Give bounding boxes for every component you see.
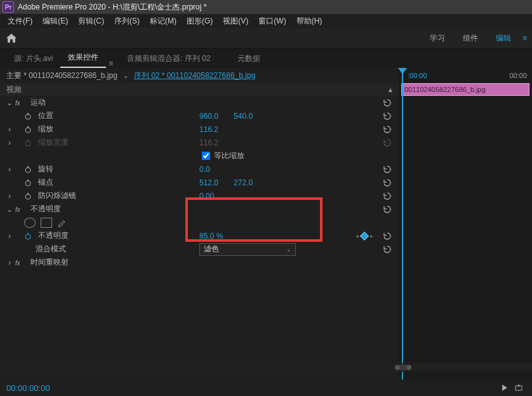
workspace-tab-assembly[interactable]: 组件 xyxy=(454,29,487,48)
scale-value[interactable]: 116.2 xyxy=(199,125,218,134)
opacity-mask-tools xyxy=(0,216,399,229)
horizontal-scrollbar[interactable] xyxy=(0,363,532,372)
antiflicker-value[interactable]: 0.00 xyxy=(199,192,214,201)
svg-point-3 xyxy=(25,128,30,133)
property-uniform-scale: 等比缩放 xyxy=(0,149,399,162)
panel-tab-source[interactable]: 源: 片头.avi xyxy=(6,50,60,68)
menu-view[interactable]: 视图(V) xyxy=(218,16,253,27)
scroll-knob[interactable] xyxy=(399,364,408,371)
prev-keyframe-icon[interactable]: ◂ xyxy=(356,232,359,239)
menu-help[interactable]: 帮助(H) xyxy=(291,16,328,27)
property-position: 位置 960.0 540.0 xyxy=(0,109,399,122)
panel-tab-metadata[interactable]: 元数据 xyxy=(230,50,268,68)
opacity-amount-label: 不透明度 xyxy=(38,230,69,241)
uniform-scale-label: 等比缩放 xyxy=(214,150,244,161)
reset-icon[interactable] xyxy=(382,124,392,135)
stopwatch-icon[interactable] xyxy=(24,112,32,120)
mask-ellipse-button[interactable] xyxy=(24,218,36,228)
menu-marker[interactable]: 标记(M) xyxy=(145,16,182,27)
home-icon[interactable] xyxy=(5,32,18,44)
next-keyframe-icon[interactable]: ▸ xyxy=(370,232,373,239)
blend-mode-value: 滤色 xyxy=(204,244,219,254)
reset-icon[interactable] xyxy=(382,244,392,254)
rotation-value[interactable]: 0.0 xyxy=(199,165,210,174)
position-y-value[interactable]: 540.0 xyxy=(234,112,253,121)
chevron-down-icon[interactable]: ⌄ xyxy=(123,71,129,80)
video-section-header: 视频 ▴ xyxy=(0,83,399,96)
menu-file[interactable]: 文件(F) xyxy=(3,16,37,27)
sequence-clip-link[interactable]: 序列 02 * 0011024058227686_b.jpg xyxy=(134,70,256,81)
zoom-handle-left-icon[interactable] xyxy=(395,365,400,370)
timeline-clip-bar[interactable]: 0011024058227686_b.jpg xyxy=(401,83,529,96)
caret-right-icon[interactable]: › xyxy=(6,125,13,134)
add-keyframe-icon[interactable] xyxy=(360,231,369,240)
stopwatch-icon xyxy=(24,139,32,147)
property-scale-width: › 缩放宽度 116.2 xyxy=(0,136,399,149)
zoom-handle-right-icon[interactable] xyxy=(406,365,411,370)
export-frame-icon[interactable] xyxy=(512,381,526,394)
property-scale: › 缩放 116.2 xyxy=(0,122,399,136)
anchor-y-value[interactable]: 272.0 xyxy=(234,178,253,187)
menu-window[interactable]: 窗口(W) xyxy=(253,16,291,27)
svg-rect-10 xyxy=(27,180,29,181)
menu-sequence[interactable]: 序列(S) xyxy=(109,16,145,27)
stopwatch-icon[interactable] xyxy=(24,179,32,187)
playhead-line[interactable] xyxy=(402,69,403,396)
stopwatch-icon[interactable] xyxy=(24,192,32,200)
caret-right-icon[interactable]: › xyxy=(6,258,13,267)
svg-point-1 xyxy=(25,114,30,119)
play-only-icon[interactable] xyxy=(498,381,512,394)
panel-menu-icon[interactable]: ≡ xyxy=(109,59,113,68)
effect-time-remap[interactable]: › fx 时间重映射 xyxy=(0,256,399,269)
clip-info-row: 主要 * 0011024058227686_b.jpg ⌄ 序列 02 * 00… xyxy=(0,68,399,83)
workspace-tab-learn[interactable]: 学习 xyxy=(421,29,454,48)
fx-badge-icon[interactable]: fx xyxy=(15,206,24,213)
caret-down-icon[interactable]: ⌄ xyxy=(6,205,13,214)
timeline-ruler[interactable]: :00:00 00:00 xyxy=(399,68,532,83)
effect-controls-panel: 主要 * 0011024058227686_b.jpg ⌄ 序列 02 * 00… xyxy=(0,68,399,384)
rotation-label: 旋转 xyxy=(38,164,53,175)
caret-down-icon[interactable]: ⌄ xyxy=(6,98,13,107)
stopwatch-active-icon[interactable] xyxy=(24,232,32,240)
reset-icon[interactable] xyxy=(382,204,392,214)
menu-edit[interactable]: 编辑(E) xyxy=(37,16,73,27)
svg-text:fx: fx xyxy=(15,100,21,107)
svg-text:fx: fx xyxy=(15,260,21,267)
timecode-display[interactable]: 00:00:00:00 xyxy=(6,383,50,393)
anchor-x-value[interactable]: 512.0 xyxy=(199,178,218,187)
effect-opacity[interactable]: ⌄ fx 不透明度 xyxy=(0,202,399,216)
workspace-overflow-icon[interactable]: ≡ xyxy=(522,34,527,43)
opacity-amount-value[interactable]: 85.0 % xyxy=(199,232,223,241)
reset-icon[interactable] xyxy=(382,178,392,188)
panel-tab-audio-mixer[interactable]: 音频剪辑混合器: 序列 02 xyxy=(119,50,218,68)
reset-icon[interactable] xyxy=(382,231,392,241)
reset-icon[interactable] xyxy=(382,98,392,108)
fx-badge-icon[interactable]: fx xyxy=(15,99,24,107)
mask-pen-button[interactable] xyxy=(57,218,67,227)
mask-rect-button[interactable] xyxy=(41,218,52,228)
antiflicker-label: 防闪烁滤镜 xyxy=(38,190,76,201)
uniform-scale-checkbox[interactable] xyxy=(202,152,210,160)
stopwatch-icon[interactable] xyxy=(24,166,32,173)
reset-icon[interactable] xyxy=(382,164,392,175)
caret-right-icon[interactable]: › xyxy=(6,192,13,201)
position-label: 位置 xyxy=(38,110,53,121)
caret-right-icon[interactable]: › xyxy=(6,165,13,174)
reset-icon[interactable] xyxy=(382,111,392,121)
title-bar: Pr Adobe Premiere Pro 2020 - H:\混剪\工程\金士… xyxy=(0,0,532,14)
panel-tab-effect-controls[interactable]: 效果控件 xyxy=(60,48,106,68)
workspace-tab-editing[interactable]: 编辑 xyxy=(487,29,520,48)
position-x-value[interactable]: 960.0 xyxy=(199,112,218,121)
caret-right-icon[interactable]: › xyxy=(6,232,13,241)
effect-motion[interactable]: ⌄ fx 运动 xyxy=(0,96,399,109)
svg-point-14 xyxy=(25,234,30,239)
motion-label: 运动 xyxy=(30,97,46,108)
svg-rect-2 xyxy=(27,113,29,114)
stopwatch-icon[interactable] xyxy=(24,126,32,133)
menu-clip[interactable]: 剪辑(C) xyxy=(73,16,109,27)
scroll-up-icon[interactable]: ▴ xyxy=(389,85,392,94)
reset-icon[interactable] xyxy=(382,191,392,201)
blend-mode-select[interactable]: 滤色 ⌄ xyxy=(199,243,296,256)
fx-badge-icon[interactable]: fx xyxy=(15,259,24,267)
menu-graphics[interactable]: 图形(G) xyxy=(182,16,218,27)
